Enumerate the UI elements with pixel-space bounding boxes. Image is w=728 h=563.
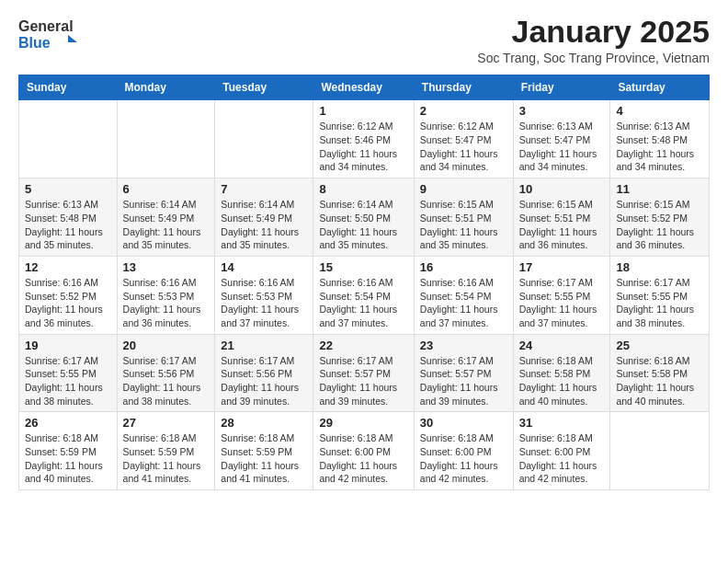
day-number: 14 [221,260,307,274]
col-sunday: Sunday [19,75,118,100]
table-row: 26Sunrise: 6:18 AMSunset: 5:59 PMDayligh… [19,412,118,490]
col-friday: Friday [513,75,610,100]
table-row: 16Sunrise: 6:16 AMSunset: 5:54 PMDayligh… [414,256,513,334]
day-number: 22 [319,339,407,352]
day-info: Sunrise: 6:12 AMSunset: 5:46 PMDaylight:… [319,120,407,174]
col-tuesday: Tuesday [215,75,313,100]
day-info: Sunrise: 6:12 AMSunset: 5:47 PMDaylight:… [420,120,507,174]
logo-icon: GeneralBlue [18,15,85,50]
day-info: Sunrise: 6:16 AMSunset: 5:53 PMDaylight:… [221,276,307,330]
table-row: 1Sunrise: 6:12 AMSunset: 5:46 PMDaylight… [313,100,414,178]
table-row: 27Sunrise: 6:18 AMSunset: 5:59 PMDayligh… [117,412,215,490]
col-saturday: Saturday [610,75,710,100]
table-row: 13Sunrise: 6:16 AMSunset: 5:53 PMDayligh… [117,256,215,334]
day-number: 31 [519,416,605,430]
page-header: GeneralBlue January 2025 Soc Trang, Soc … [18,15,710,65]
table-row: 10Sunrise: 6:15 AMSunset: 5:51 PMDayligh… [513,178,610,257]
col-thursday: Thursday [414,75,513,100]
day-info: Sunrise: 6:18 AMSunset: 5:59 PMDaylight:… [221,431,307,486]
day-number: 20 [123,339,210,352]
day-info: Sunrise: 6:16 AMSunset: 5:52 PMDaylight:… [25,276,111,330]
day-number: 3 [519,104,605,118]
day-info: Sunrise: 6:17 AMSunset: 5:55 PMDaylight:… [519,276,605,330]
table-row: 29Sunrise: 6:18 AMSunset: 6:00 PMDayligh… [313,412,414,490]
table-row [610,412,710,490]
table-row: 19Sunrise: 6:17 AMSunset: 5:55 PMDayligh… [19,334,118,412]
day-info: Sunrise: 6:17 AMSunset: 5:56 PMDaylight:… [221,354,307,408]
table-row: 21Sunrise: 6:17 AMSunset: 5:56 PMDayligh… [215,334,313,412]
table-row: 22Sunrise: 6:17 AMSunset: 5:57 PMDayligh… [313,334,414,412]
day-info: Sunrise: 6:17 AMSunset: 5:55 PMDaylight:… [25,354,111,408]
day-info: Sunrise: 6:15 AMSunset: 5:52 PMDaylight:… [616,198,703,252]
day-number: 21 [221,339,307,352]
day-info: Sunrise: 6:17 AMSunset: 5:55 PMDaylight:… [616,276,703,330]
day-info: Sunrise: 6:13 AMSunset: 5:48 PMDaylight:… [616,120,703,174]
day-number: 23 [420,339,507,352]
table-row: 24Sunrise: 6:18 AMSunset: 5:58 PMDayligh… [513,334,610,412]
day-number: 16 [420,260,507,274]
day-info: Sunrise: 6:14 AMSunset: 5:50 PMDaylight:… [319,198,407,252]
day-number: 8 [319,182,407,196]
day-number: 11 [616,182,703,196]
day-number: 4 [616,104,703,118]
day-number: 30 [420,416,507,430]
table-row [215,100,313,178]
table-row [19,100,118,178]
table-row: 18Sunrise: 6:17 AMSunset: 5:55 PMDayligh… [610,256,710,334]
day-number: 5 [25,182,111,196]
day-number: 15 [319,260,407,274]
table-row: 3Sunrise: 6:13 AMSunset: 5:47 PMDaylight… [513,100,610,178]
svg-text:Blue: Blue [18,35,51,50]
day-number: 26 [25,416,111,430]
day-info: Sunrise: 6:18 AMSunset: 5:58 PMDaylight:… [519,354,605,408]
svg-marker-2 [68,35,77,42]
day-info: Sunrise: 6:13 AMSunset: 5:48 PMDaylight:… [25,198,111,252]
calendar-week-row: 19Sunrise: 6:17 AMSunset: 5:55 PMDayligh… [19,334,710,412]
day-info: Sunrise: 6:16 AMSunset: 5:54 PMDaylight:… [420,276,507,330]
day-info: Sunrise: 6:16 AMSunset: 5:53 PMDaylight:… [123,276,210,330]
day-number: 17 [519,260,605,274]
table-row: 25Sunrise: 6:18 AMSunset: 5:58 PMDayligh… [610,334,710,412]
table-row: 31Sunrise: 6:18 AMSunset: 6:00 PMDayligh… [513,412,610,490]
day-info: Sunrise: 6:14 AMSunset: 5:49 PMDaylight:… [123,198,210,252]
table-row: 6Sunrise: 6:14 AMSunset: 5:49 PMDaylight… [117,178,215,257]
calendar-week-row: 1Sunrise: 6:12 AMSunset: 5:46 PMDaylight… [19,100,710,178]
calendar-header-row: Sunday Monday Tuesday Wednesday Thursday… [19,75,710,100]
day-number: 9 [420,182,507,196]
table-row: 28Sunrise: 6:18 AMSunset: 5:59 PMDayligh… [215,412,313,490]
day-info: Sunrise: 6:14 AMSunset: 5:49 PMDaylight:… [221,198,307,252]
table-row: 8Sunrise: 6:14 AMSunset: 5:50 PMDaylight… [313,178,414,257]
table-row: 4Sunrise: 6:13 AMSunset: 5:48 PMDaylight… [610,100,710,178]
day-number: 27 [123,416,210,430]
day-info: Sunrise: 6:17 AMSunset: 5:57 PMDaylight:… [319,354,407,408]
day-info: Sunrise: 6:18 AMSunset: 5:59 PMDaylight:… [25,431,111,486]
table-row: 15Sunrise: 6:16 AMSunset: 5:54 PMDayligh… [313,256,414,334]
table-row: 5Sunrise: 6:13 AMSunset: 5:48 PMDaylight… [19,178,118,257]
table-row: 30Sunrise: 6:18 AMSunset: 6:00 PMDayligh… [414,412,513,490]
day-info: Sunrise: 6:16 AMSunset: 5:54 PMDaylight:… [319,276,407,330]
day-number: 7 [221,182,307,196]
calendar-week-row: 5Sunrise: 6:13 AMSunset: 5:48 PMDaylight… [19,178,710,257]
svg-text:General: General [18,18,74,34]
day-number: 29 [319,416,407,430]
day-number: 25 [616,339,703,352]
table-row: 17Sunrise: 6:17 AMSunset: 5:55 PMDayligh… [513,256,610,334]
day-number: 10 [519,182,605,196]
month-title: January 2025 [477,15,710,49]
table-row: 12Sunrise: 6:16 AMSunset: 5:52 PMDayligh… [19,256,118,334]
table-row: 20Sunrise: 6:17 AMSunset: 5:56 PMDayligh… [117,334,215,412]
day-number: 24 [519,339,605,352]
day-info: Sunrise: 6:17 AMSunset: 5:57 PMDaylight:… [420,354,507,408]
day-number: 13 [123,260,210,274]
day-info: Sunrise: 6:15 AMSunset: 5:51 PMDaylight:… [420,198,507,252]
day-info: Sunrise: 6:18 AMSunset: 5:58 PMDaylight:… [616,354,703,408]
day-number: 19 [25,339,111,352]
day-info: Sunrise: 6:18 AMSunset: 5:59 PMDaylight:… [123,431,210,486]
table-row: 7Sunrise: 6:14 AMSunset: 5:49 PMDaylight… [215,178,313,257]
day-info: Sunrise: 6:17 AMSunset: 5:56 PMDaylight:… [123,354,210,408]
table-row: 11Sunrise: 6:15 AMSunset: 5:52 PMDayligh… [610,178,710,257]
table-row: 23Sunrise: 6:17 AMSunset: 5:57 PMDayligh… [414,334,513,412]
day-info: Sunrise: 6:18 AMSunset: 6:00 PMDaylight:… [319,431,407,486]
table-row: 9Sunrise: 6:15 AMSunset: 5:51 PMDaylight… [414,178,513,257]
day-number: 18 [616,260,703,274]
